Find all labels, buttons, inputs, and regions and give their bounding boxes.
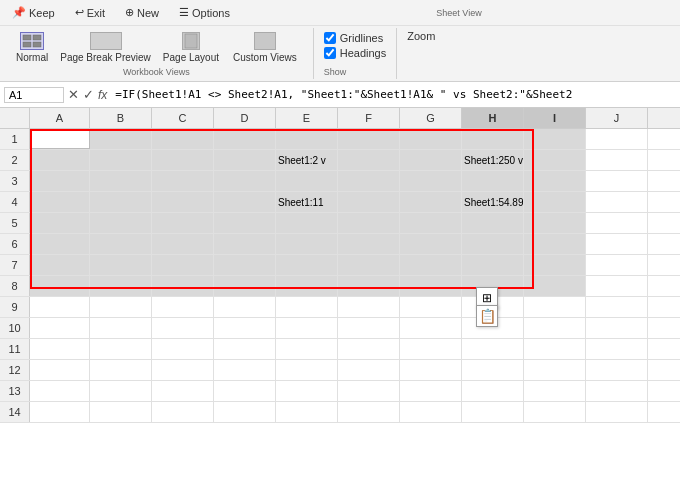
cell-B8[interactable] (90, 276, 152, 296)
custom-views-button[interactable]: Custom Views (227, 30, 303, 65)
cell-G13[interactable] (400, 381, 462, 401)
cell-B11[interactable] (90, 339, 152, 359)
cell-J12[interactable] (586, 360, 648, 380)
cell-B9[interactable] (90, 297, 152, 317)
cell-A12[interactable] (30, 360, 90, 380)
cell-G14[interactable] (400, 402, 462, 422)
cell-B7[interactable] (90, 255, 152, 275)
cell-A6[interactable] (30, 234, 90, 254)
confirm-formula-icon[interactable]: ✓ (83, 87, 94, 102)
cell-A5[interactable] (30, 213, 90, 233)
cell-D3[interactable] (214, 171, 276, 191)
cell-J13[interactable] (586, 381, 648, 401)
cell-C11[interactable] (152, 339, 214, 359)
cell-C12[interactable] (152, 360, 214, 380)
cell-F9[interactable] (338, 297, 400, 317)
cell-J3[interactable] (586, 171, 648, 191)
keep-button[interactable]: 📌 Keep (8, 4, 59, 21)
options-button[interactable]: ☰ Options (175, 4, 234, 21)
cell-C6[interactable] (152, 234, 214, 254)
cell-G8[interactable] (400, 276, 462, 296)
cell-H2[interactable]: Sheet1:250 vs Sheet2:277.38 (462, 150, 524, 170)
cell-I13[interactable] (524, 381, 586, 401)
page-layout-button[interactable]: Page Layout (157, 30, 225, 65)
cell-I6[interactable] (524, 234, 586, 254)
cell-D9[interactable] (214, 297, 276, 317)
cell-I14[interactable] (524, 402, 586, 422)
cell-G12[interactable] (400, 360, 462, 380)
cell-F11[interactable] (338, 339, 400, 359)
cell-reference-box[interactable]: A1 (4, 87, 64, 103)
cell-H4[interactable]: Sheet1:54.89 vs Sheet2:50.24 (462, 192, 524, 212)
cell-G11[interactable] (400, 339, 462, 359)
cell-J14[interactable] (586, 402, 648, 422)
cell-H12[interactable] (462, 360, 524, 380)
gridlines-checkbox[interactable] (324, 32, 336, 44)
cell-A14[interactable] (30, 402, 90, 422)
cell-B10[interactable] (90, 318, 152, 338)
cell-A1[interactable] (30, 129, 90, 149)
cell-H13[interactable] (462, 381, 524, 401)
cell-D4[interactable] (214, 192, 276, 212)
cell-C8[interactable] (152, 276, 214, 296)
cell-G1[interactable] (400, 129, 462, 149)
paste-icon-2[interactable]: 📋 (476, 305, 498, 327)
cell-E3[interactable] (276, 171, 338, 191)
cancel-formula-icon[interactable]: ✕ (68, 87, 79, 102)
cell-D2[interactable] (214, 150, 276, 170)
cell-E14[interactable] (276, 402, 338, 422)
headings-checkbox-label[interactable]: Headings (324, 47, 386, 59)
cell-F5[interactable] (338, 213, 400, 233)
cell-D7[interactable] (214, 255, 276, 275)
cell-I2[interactable] (524, 150, 586, 170)
cell-D5[interactable] (214, 213, 276, 233)
cell-G10[interactable] (400, 318, 462, 338)
headings-checkbox[interactable] (324, 47, 336, 59)
cell-D11[interactable] (214, 339, 276, 359)
cell-I4[interactable] (524, 192, 586, 212)
cell-A3[interactable] (30, 171, 90, 191)
cell-I1[interactable] (524, 129, 586, 149)
cell-I11[interactable] (524, 339, 586, 359)
new-button[interactable]: ⊕ New (121, 4, 163, 21)
cell-F14[interactable] (338, 402, 400, 422)
cell-H11[interactable] (462, 339, 524, 359)
cell-G9[interactable] (400, 297, 462, 317)
cell-I12[interactable] (524, 360, 586, 380)
cell-J4[interactable] (586, 192, 648, 212)
cell-I9[interactable] (524, 297, 586, 317)
cell-D8[interactable] (214, 276, 276, 296)
cell-E8[interactable] (276, 276, 338, 296)
cell-D12[interactable] (214, 360, 276, 380)
page-break-preview-button[interactable]: Page Break Preview (56, 30, 155, 65)
cell-F6[interactable] (338, 234, 400, 254)
cell-I3[interactable] (524, 171, 586, 191)
cell-I7[interactable] (524, 255, 586, 275)
cell-H3[interactable] (462, 171, 524, 191)
cell-E13[interactable] (276, 381, 338, 401)
exit-button[interactable]: ↩ Exit (71, 4, 109, 21)
cell-G4[interactable] (400, 192, 462, 212)
cell-E4[interactable]: Sheet1:11 (276, 192, 338, 212)
cell-B3[interactable] (90, 171, 152, 191)
cell-G5[interactable] (400, 213, 462, 233)
cell-G3[interactable] (400, 171, 462, 191)
cell-A11[interactable] (30, 339, 90, 359)
cell-I5[interactable] (524, 213, 586, 233)
cell-I8[interactable] (524, 276, 586, 296)
cell-E6[interactable] (276, 234, 338, 254)
cell-J2[interactable] (586, 150, 648, 170)
cell-B5[interactable] (90, 213, 152, 233)
cell-J10[interactable] (586, 318, 648, 338)
cell-J11[interactable] (586, 339, 648, 359)
gridlines-checkbox-label[interactable]: Gridlines (324, 32, 383, 44)
cell-E9[interactable] (276, 297, 338, 317)
cell-J1[interactable] (586, 129, 648, 149)
insert-function-icon[interactable]: fx (98, 88, 107, 102)
cell-B14[interactable] (90, 402, 152, 422)
cell-A10[interactable] (30, 318, 90, 338)
cell-F8[interactable] (338, 276, 400, 296)
cell-A8[interactable] (30, 276, 90, 296)
cell-C5[interactable] (152, 213, 214, 233)
cell-G7[interactable] (400, 255, 462, 275)
